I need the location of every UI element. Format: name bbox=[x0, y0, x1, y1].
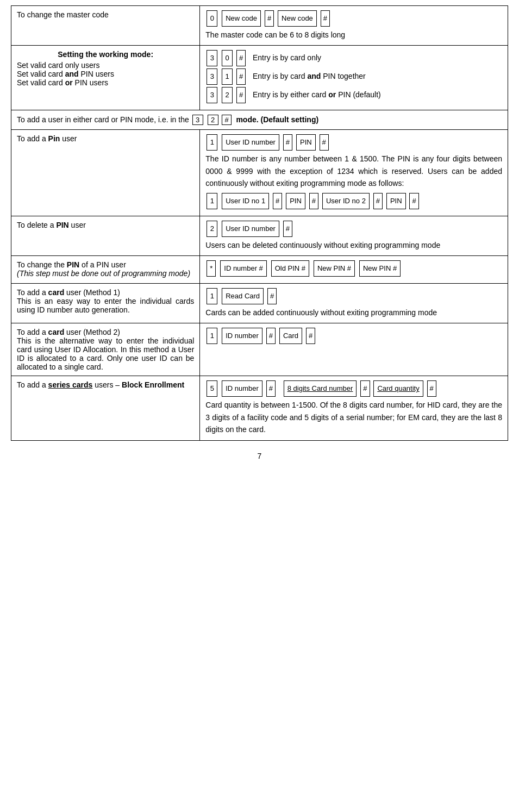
setting-mode-right: 3 0 # Entry is by card only 3 1 # Entry … bbox=[200, 46, 508, 110]
hash-3c: # bbox=[236, 87, 246, 103]
hash-s1: # bbox=[266, 380, 276, 397]
add-card1-formula: 1 Read Card # bbox=[205, 288, 502, 304]
card-box: Card bbox=[279, 328, 302, 344]
card-or-pin-desc: Entry is by either card or PIN (default) bbox=[253, 90, 381, 99]
num-1-pin: 1 bbox=[207, 134, 217, 151]
series-formula: 5 ID number # 8 digits Card number # Car… bbox=[205, 380, 502, 397]
full-row-heading: To add a user in either card or PIN mode… bbox=[11, 110, 508, 130]
num-1-card1: 1 bbox=[207, 288, 217, 304]
id-num-hash-box: ID number # bbox=[220, 260, 267, 277]
change-pin-formula: * ID number # Old PIN # New PIN # New PI… bbox=[205, 260, 502, 277]
hash-card1: # bbox=[267, 288, 277, 304]
num-1-pin2: 1 bbox=[207, 193, 217, 209]
pin-box3: PIN bbox=[386, 193, 406, 209]
add-pin-formula2: 1 User ID no 1 # PIN # User ID no 2 # PI… bbox=[205, 193, 502, 209]
hash2: # bbox=[321, 10, 330, 27]
hash-uid2: # bbox=[373, 193, 383, 209]
add-pin-desc: The ID number is any number between 1 & … bbox=[205, 153, 502, 189]
hash-3b: # bbox=[236, 68, 246, 85]
add-card1-line1: To add a card user (Method 1) bbox=[17, 288, 194, 297]
num-5: 5 bbox=[207, 380, 217, 397]
series-cards-line1: To add a series cards users – Block Enro… bbox=[17, 380, 194, 389]
hash1: # bbox=[265, 10, 274, 27]
hash-card2b: # bbox=[306, 328, 315, 344]
hash-pin2: # bbox=[309, 193, 318, 209]
add-card2-formula: 1 ID number # Card # bbox=[205, 328, 502, 344]
user-id-box: User ID number bbox=[222, 134, 279, 151]
full-row-text-start: To add a user in either card or PIN mode… bbox=[17, 115, 189, 124]
eight-digits-box: 8 digits Card number bbox=[284, 380, 357, 397]
change-pin-right: * ID number # Old PIN # New PIN # New PI… bbox=[200, 255, 508, 283]
master-desc: The master code can be 6 to 8 digits lon… bbox=[205, 29, 502, 41]
change-pin-left: To change the PIN of a PIN user (This st… bbox=[11, 255, 200, 283]
set-card-only-label: Set valid card only users bbox=[17, 61, 194, 70]
delete-pin-label: To delete a PIN user bbox=[17, 221, 86, 229]
star-sym: * bbox=[207, 260, 216, 277]
hash-3a: # bbox=[236, 50, 246, 66]
id-number-box: ID number bbox=[222, 328, 262, 344]
num-3-full: 3 bbox=[192, 115, 203, 125]
num-2-full: 2 bbox=[208, 115, 218, 125]
user-id-no1-box: User ID no 1 bbox=[222, 193, 269, 209]
num-0a: 0 bbox=[222, 50, 233, 66]
hash-full: # bbox=[222, 115, 231, 125]
add-card1-left: To add a card user (Method 1) This is an… bbox=[11, 283, 200, 323]
add-card2-right: 1 ID number # Card # bbox=[200, 323, 508, 376]
add-pin-left: To add a Pin user bbox=[11, 130, 200, 216]
hash-s2: # bbox=[360, 380, 370, 397]
hash-s3: # bbox=[427, 380, 436, 397]
mode-30-formula: 3 0 # Entry is by card only bbox=[205, 50, 502, 66]
set-card-and-pin-label: Set valid card and PIN users bbox=[17, 70, 194, 78]
hash-pin3: # bbox=[409, 193, 418, 209]
change-pin-line2: (This step must be done out of programmi… bbox=[17, 269, 194, 278]
add-card1-desc: Cards can be added continuously without … bbox=[205, 307, 502, 318]
card-only-desc: Entry is by card only bbox=[253, 53, 321, 62]
new-code-box1: New code bbox=[222, 10, 261, 27]
master-formula: 0 New code # New code # bbox=[205, 10, 502, 27]
change-master-right: 0 New code # New code # The master code … bbox=[200, 6, 508, 46]
add-card1-right: 1 Read Card # Cards can be added continu… bbox=[200, 283, 508, 323]
delete-pin-formula: 2 User ID number # bbox=[205, 221, 502, 237]
change-master-label: To change the master code bbox=[17, 10, 109, 19]
series-cards-right: 5 ID number # 8 digits Card number # Car… bbox=[200, 376, 508, 440]
add-pin-formula: 1 User ID number # PIN # bbox=[205, 134, 502, 151]
add-card2-left: To add a card user (Method 2) This is th… bbox=[11, 323, 200, 376]
setting-mode-left: Setting the working mode: Set valid card… bbox=[11, 46, 200, 110]
card-and-pin-desc: Entry is by card and PIN together bbox=[253, 72, 366, 80]
card-quantity-box: Card quantity bbox=[373, 380, 423, 397]
num-1b: 1 bbox=[222, 68, 233, 85]
new-pin-hash-box1: New PIN # bbox=[314, 260, 355, 277]
add-pin-label: To add a Pin user bbox=[17, 134, 77, 143]
mode-32-formula: 3 2 # Entry is by either card or PIN (de… bbox=[205, 87, 502, 103]
add-card1-line2: This is an easy way to enter the individ… bbox=[17, 297, 194, 314]
delete-pin-right: 2 User ID number # Users can be deleted … bbox=[200, 216, 508, 255]
add-card2-line2: This is the alternative way to enter the… bbox=[17, 336, 194, 371]
read-card-box: Read Card bbox=[222, 288, 264, 304]
new-code-box2: New code bbox=[278, 10, 317, 27]
id-number-series-box: ID number bbox=[222, 380, 262, 397]
hash-uid: # bbox=[283, 134, 292, 151]
full-row-mode: mode. (Default setting) bbox=[236, 115, 318, 124]
hash-uid1: # bbox=[273, 193, 282, 209]
series-desc: Card quantity is between 1-1500. Of the … bbox=[205, 399, 502, 435]
hash-del: # bbox=[283, 221, 292, 237]
old-pin-hash-box: Old PIN # bbox=[271, 260, 309, 277]
num-2-del: 2 bbox=[207, 221, 217, 237]
mode-31-formula: 3 1 # Entry is by card and PIN together bbox=[205, 68, 502, 85]
delete-pin-desc: Users can be deleted continuously withou… bbox=[205, 239, 502, 251]
pin-box2: PIN bbox=[286, 193, 305, 209]
add-pin-right: 1 User ID number # PIN # The ID number i… bbox=[200, 130, 508, 216]
delete-pin-left: To delete a PIN user bbox=[11, 216, 200, 255]
pin-box: PIN bbox=[296, 134, 316, 151]
set-card-or-pin-label: Set valid card or PIN users bbox=[17, 78, 194, 87]
num-1-card2: 1 bbox=[207, 328, 217, 344]
add-card2-line1: To add a card user (Method 2) bbox=[17, 328, 194, 336]
num-2c: 2 bbox=[222, 87, 233, 103]
page-number: 7 bbox=[11, 452, 508, 460]
num-3c: 3 bbox=[207, 87, 217, 103]
num-0: 0 bbox=[207, 10, 217, 27]
hash-pin: # bbox=[320, 134, 329, 151]
change-pin-line1: To change the PIN of a PIN user bbox=[17, 260, 194, 269]
num-3b: 3 bbox=[207, 68, 217, 85]
series-cards-left: To add a series cards users – Block Enro… bbox=[11, 376, 200, 440]
